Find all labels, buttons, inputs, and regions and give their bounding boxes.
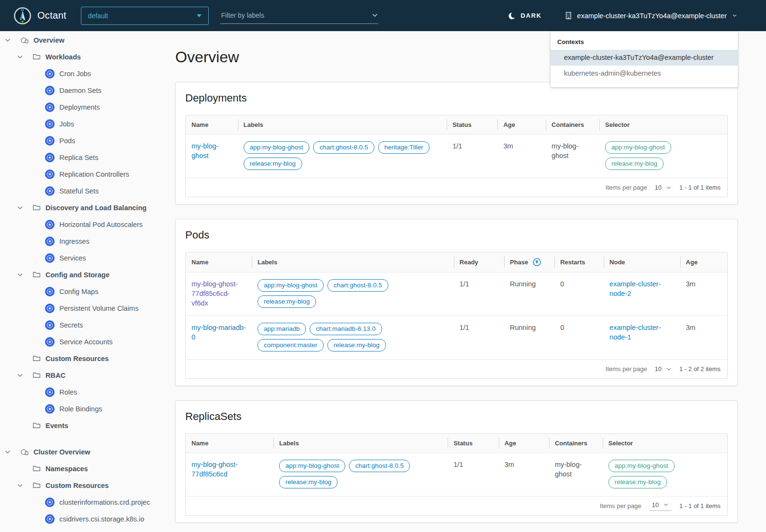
node-link[interactable]: example-cluster-node-2 [609, 280, 661, 297]
name-link[interactable]: my-blog-ghost [192, 142, 218, 159]
label-tag: chart:ghost-8.0.5 [313, 141, 374, 154]
sidebar-item-services[interactable]: Services [0, 249, 163, 266]
column-header-age: Age [499, 434, 549, 453]
column-header-label: Name [192, 259, 208, 266]
name-link[interactable]: my-blog-mariadb-0 [192, 324, 246, 341]
label-filter-input[interactable] [220, 11, 372, 20]
sidebar-item-label: Namespaces [45, 465, 88, 473]
table-row: my-blog-ghostapp:my-blog-ghostchart:ghos… [186, 134, 727, 178]
sidebar-item-overview[interactable]: Overview [0, 32, 163, 48]
filter-icon[interactable] [533, 258, 541, 266]
sidebar-item-custom-resources[interactable]: Custom Resources [0, 477, 163, 494]
column-header-label: Containers [552, 121, 584, 128]
sidebar-item-replica-sets[interactable]: Replica Sets [0, 149, 163, 166]
chevron-down-icon[interactable] [17, 54, 23, 60]
sidebar-item-horizontal-pod-autoscalers[interactable]: Horizontal Pod Autoscalers [0, 216, 163, 233]
column-header-label: Labels [244, 121, 263, 128]
main-content: Overview DeploymentsNameLabelsStatusAgeC… [163, 31, 766, 532]
stateful-sets-icon [45, 186, 55, 196]
csidrivers-csi-storage-k8s-io-icon [45, 514, 55, 524]
sidebar-item-csidrivers-csi-storage-k8s-io[interactable]: csidrivers.csi.storage.k8s.io [0, 510, 163, 527]
chevron-down-icon[interactable] [17, 373, 23, 378]
chevron-down-icon[interactable] [17, 205, 23, 211]
label-filter[interactable] [220, 8, 378, 24]
sidebar-item-namespaces[interactable]: Namespaces [0, 460, 163, 477]
column-header-label: Labels [279, 440, 299, 447]
name-link[interactable]: my-blog-ghost-77df85c6cd [192, 461, 238, 478]
sidebar-item-role-bindings[interactable]: Role Bindings [0, 400, 163, 417]
age-value: 3m [686, 324, 696, 331]
sidebar-item-cron-jobs[interactable]: Cron Jobs [0, 65, 163, 82]
label-tag: app:mariadb [258, 323, 306, 335]
section-replicasets: ReplicaSetsNameLabelsStatusAgeContainers… [175, 400, 738, 523]
sidebar-item-rbac[interactable]: RBAC [0, 367, 163, 384]
namespace-select-value: default [88, 12, 108, 20]
context-option-selected[interactable]: example-cluster-ka3TuTzYo4a@example-clus… [551, 50, 738, 66]
label-tag: release:my-blog [244, 158, 302, 170]
sidebar-item-stateful-sets[interactable]: Stateful Sets [0, 182, 163, 199]
sidebar-item-discovery-and-load-balancing[interactable]: Discovery and Load Balancing [0, 199, 163, 216]
column-header-name: Name [186, 115, 238, 134]
contexts-dropdown-title: Contexts [551, 38, 738, 50]
table-footer: Items per page101 - 2 of 2 items [186, 359, 727, 378]
sidebar-item-secrets[interactable]: Secrets [0, 317, 163, 333]
namespace-select[interactable]: default [81, 7, 209, 25]
sidebar-item-workloads[interactable]: Workloads [0, 48, 163, 65]
items-per-page-select[interactable]: 10 [649, 501, 672, 511]
pods-icon [45, 136, 55, 146]
sidebar-item-label: Horizontal Pod Autoscalers [59, 221, 143, 228]
sidebar-item-persistent-volume-claims[interactable]: Persistent Volume Claims [0, 300, 163, 317]
chevron-down-icon[interactable] [5, 449, 11, 455]
chevron-down-icon[interactable] [17, 272, 23, 278]
column-header-containers: Containers [549, 434, 603, 453]
sidebar-item-config-maps[interactable]: Config Maps [0, 283, 163, 300]
context-selector[interactable]: example-cluster-ka3TuTzYo4a@example-clus… [564, 11, 737, 20]
context-selector-value: example-cluster-ka3TuTzYo4a@example-clus… [577, 12, 727, 20]
sidebar-item-config-and-storage[interactable]: Config and Storage [0, 266, 163, 283]
context-option[interactable]: kubernetes-admin@kubernetes [551, 66, 738, 81]
chevron-down-icon[interactable] [372, 12, 378, 19]
sidebar-item-cluster-overview[interactable]: Cluster Overview [0, 443, 163, 460]
column-header-label: Name [192, 440, 208, 447]
sidebar-item-clusterinformations-crd-projec[interactable]: clusterinformations.crd.projec [0, 494, 163, 510]
sidebar-item-ingresses[interactable]: Ingresses [0, 233, 163, 249]
sidebar-item-deployments[interactable]: Deployments [0, 99, 163, 115]
sidebar-item-jobs[interactable]: Jobs [0, 115, 163, 132]
column-header-labels: Labels [238, 115, 447, 134]
sidebar-item-replication-controllers[interactable]: Replication Controllers [0, 166, 163, 182]
sidebar-item-label: Overview [34, 36, 65, 44]
sidebar-item-service-accounts[interactable]: Service Accounts [0, 333, 163, 350]
sidebar-item-roles[interactable]: Roles [0, 384, 163, 400]
cell-name: my-blog-mariadb-0 [186, 316, 252, 359]
sidebar-item-label: Stateful Sets [59, 187, 99, 195]
card-title: Pods [185, 229, 728, 241]
moon-icon [508, 11, 517, 20]
cell-name: my-blog-ghost-77df85c6cd [186, 453, 273, 496]
chevron-down-icon[interactable] [5, 37, 11, 43]
sidebar-item-pods[interactable]: Pods [0, 132, 163, 149]
sidebar-item-label: Discovery and Load Balancing [45, 204, 146, 212]
sidebar-item-custom-resources[interactable]: Custom Resources [0, 350, 163, 367]
ingresses-icon [45, 237, 55, 246]
label-tags: app:my-blog-ghostchart:ghost-8.0.5herita… [244, 141, 441, 174]
roles-icon [45, 387, 55, 397]
column-header-status: Status [447, 115, 497, 134]
name-link[interactable]: my-blog-ghost-77df85c6cd-vf6dx [192, 280, 238, 307]
column-header-label: Selector [605, 121, 630, 128]
sidebar-item-events[interactable]: Events [0, 417, 163, 434]
folder-icon [33, 481, 41, 489]
chevron-down-icon [663, 502, 669, 508]
items-per-page-select[interactable]: 10 [655, 184, 672, 191]
cell-containers: my-blog-ghost [549, 453, 603, 496]
theme-toggle-button[interactable]: DARK [505, 11, 545, 21]
sidebar-item-daemon-sets[interactable]: Daemon Sets [0, 82, 163, 99]
items-per-page-select[interactable]: 10 [655, 365, 672, 373]
cell-labels: app:my-blog-ghostchart:ghost-8.0.5releas… [252, 272, 454, 316]
caret-down-icon [197, 14, 202, 17]
node-link[interactable]: example-cluster-node-1 [609, 324, 661, 341]
items-per-page-label: Items per page [600, 502, 642, 509]
app-icon [20, 448, 29, 456]
chevron-down-icon[interactable] [17, 483, 23, 488]
sidebar-item-label: RBAC [45, 372, 66, 379]
sidebar-item-label: Custom Resources [45, 355, 109, 362]
